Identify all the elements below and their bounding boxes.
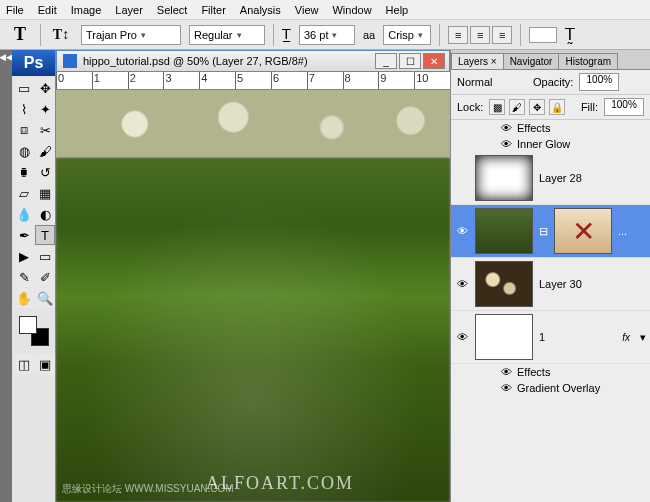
effects-row[interactable]: 👁 Effects bbox=[451, 364, 650, 380]
align-right-button[interactable]: ≡ bbox=[492, 26, 512, 44]
lasso-tool[interactable]: ⌇ bbox=[14, 99, 34, 119]
effect-name: Gradient Overlay bbox=[517, 382, 600, 394]
tab-navigator[interactable]: Navigator bbox=[503, 53, 560, 69]
menu-image[interactable]: Image bbox=[71, 4, 102, 16]
ps-logo-icon: Ps bbox=[12, 50, 55, 76]
marquee-tool[interactable]: ▭ bbox=[14, 78, 34, 98]
layer-name[interactable]: Layer 28 bbox=[539, 172, 582, 184]
visibility-icon[interactable]: 👁 bbox=[499, 138, 513, 150]
blur-tool[interactable]: 💧 bbox=[14, 204, 34, 224]
maximize-button[interactable]: ☐ bbox=[399, 53, 421, 69]
font-size-combo[interactable]: 36 pt bbox=[299, 25, 355, 45]
effects-row[interactable]: 👁 Effects bbox=[451, 120, 650, 136]
path-selection-tool[interactable]: ▶ bbox=[14, 246, 34, 266]
lock-pixels-icon[interactable]: 🖌 bbox=[509, 99, 525, 115]
document-titlebar[interactable]: hippo_tutorial.psd @ 50% (Layer 27, RGB/… bbox=[56, 50, 450, 72]
quickmask-toggle[interactable]: ◫ bbox=[14, 354, 34, 374]
effect-inner-glow[interactable]: 👁 Inner Glow bbox=[451, 136, 650, 152]
foreground-color-swatch[interactable] bbox=[19, 316, 37, 334]
lock-transparent-icon[interactable]: ▩ bbox=[489, 99, 505, 115]
align-left-button[interactable]: ≡ bbox=[448, 26, 468, 44]
tab-histogram[interactable]: Histogram bbox=[558, 53, 618, 69]
layer-mask-thumbnail[interactable] bbox=[554, 208, 612, 254]
zoom-tool[interactable]: 🔍 bbox=[35, 288, 55, 308]
align-center-button[interactable]: ≡ bbox=[470, 26, 490, 44]
ruler-mark: 9 bbox=[378, 72, 414, 89]
notes-tool[interactable]: ✎ bbox=[14, 267, 34, 287]
pen-tool[interactable]: ✒ bbox=[14, 225, 34, 245]
type-tool[interactable]: T bbox=[35, 225, 55, 245]
magic-wand-tool[interactable]: ✦ bbox=[35, 99, 55, 119]
effect-gradient-overlay[interactable]: 👁 Gradient Overlay bbox=[451, 380, 650, 396]
canvas[interactable]: 思缘设计论坛 WWW.MISSYUAN.COM ALFOART.COM bbox=[56, 90, 450, 502]
eraser-tool[interactable]: ▱ bbox=[14, 183, 34, 203]
lock-all-icon[interactable]: 🔒 bbox=[549, 99, 565, 115]
screenmode-toggle[interactable]: ▣ bbox=[35, 354, 55, 374]
menu-select[interactable]: Select bbox=[157, 4, 188, 16]
brush-tool[interactable]: 🖌 bbox=[35, 141, 55, 161]
menu-window[interactable]: Window bbox=[332, 4, 371, 16]
slice-tool[interactable]: ✂ bbox=[35, 120, 55, 140]
opacity-field[interactable]: 100% bbox=[579, 73, 619, 91]
visibility-icon[interactable]: 👁 bbox=[499, 382, 513, 394]
lock-position-icon[interactable]: ✥ bbox=[529, 99, 545, 115]
close-button[interactable]: ✕ bbox=[423, 53, 445, 69]
menu-layer[interactable]: Layer bbox=[115, 4, 143, 16]
eyedropper-tool[interactable]: ✐ bbox=[35, 267, 55, 287]
shape-tool[interactable]: ▭ bbox=[35, 246, 55, 266]
text-orientation-icon[interactable]: T↕ bbox=[49, 23, 73, 47]
layer-name[interactable]: 1 bbox=[539, 331, 545, 343]
menu-analysis[interactable]: Analysis bbox=[240, 4, 281, 16]
ruler-mark: 1 bbox=[92, 72, 128, 89]
antialias-label: aa bbox=[363, 29, 375, 41]
menu-filter[interactable]: Filter bbox=[201, 4, 225, 16]
layer-name[interactable]: Layer 30 bbox=[539, 278, 582, 290]
healing-brush-tool[interactable]: ◍ bbox=[14, 141, 34, 161]
minimize-button[interactable]: _ bbox=[375, 53, 397, 69]
layer-row[interactable]: 👁 1 fx ▾ bbox=[451, 311, 650, 364]
menu-file[interactable]: File bbox=[6, 4, 24, 16]
layer-thumbnail[interactable] bbox=[475, 208, 533, 254]
menu-help[interactable]: Help bbox=[386, 4, 409, 16]
text-color-swatch[interactable] bbox=[529, 27, 557, 43]
panel-tabs: Layers × Navigator Histogram bbox=[451, 50, 650, 70]
font-style-combo[interactable]: Regular bbox=[189, 25, 265, 45]
dodge-tool[interactable]: ◐ bbox=[35, 204, 55, 224]
text-align-group: ≡ ≡ ≡ bbox=[448, 26, 512, 44]
history-brush-tool[interactable]: ↺ bbox=[35, 162, 55, 182]
clone-stamp-tool[interactable]: ⧯ bbox=[14, 162, 34, 182]
effects-label: Effects bbox=[517, 122, 550, 134]
gradient-tool[interactable]: ▦ bbox=[35, 183, 55, 203]
layers-list: 👁 Effects 👁 Inner Glow Layer 28 👁 ⊟ ... bbox=[451, 120, 650, 502]
warp-text-icon[interactable]: T̰ bbox=[565, 25, 575, 44]
visibility-icon[interactable]: 👁 bbox=[455, 331, 469, 343]
menu-view[interactable]: View bbox=[295, 4, 319, 16]
menu-edit[interactable]: Edit bbox=[38, 4, 57, 16]
link-icon[interactable]: ⊟ bbox=[539, 225, 548, 238]
layer-thumbnail[interactable] bbox=[475, 261, 533, 307]
toolbox-collapse-handle[interactable]: ◀◀ bbox=[0, 50, 12, 502]
layer-row[interactable]: Layer 28 bbox=[451, 152, 650, 205]
separator bbox=[40, 24, 41, 46]
blend-mode-combo[interactable]: Normal bbox=[457, 76, 527, 88]
visibility-icon[interactable]: 👁 bbox=[499, 366, 513, 378]
visibility-icon[interactable]: 👁 bbox=[499, 122, 513, 134]
hand-tool[interactable]: ✋ bbox=[14, 288, 34, 308]
tab-layers[interactable]: Layers × bbox=[451, 53, 504, 69]
move-tool[interactable]: ✥ bbox=[35, 78, 55, 98]
horizontal-ruler[interactable]: 0 1 2 3 4 5 6 7 8 9 10 bbox=[56, 72, 450, 90]
fill-field[interactable]: 100% bbox=[604, 98, 644, 116]
visibility-icon[interactable]: 👁 bbox=[455, 278, 469, 290]
layer-thumbnail[interactable] bbox=[475, 314, 533, 360]
font-size-icon: T̲ bbox=[282, 26, 291, 43]
main-menu: File Edit Image Layer Select Filter Anal… bbox=[0, 0, 650, 20]
layer-thumbnail[interactable] bbox=[475, 155, 533, 201]
layer-row-selected[interactable]: 👁 ⊟ ... bbox=[451, 205, 650, 258]
layer-row[interactable]: 👁 Layer 30 bbox=[451, 258, 650, 311]
crop-tool[interactable]: ⧈ bbox=[14, 120, 34, 140]
chevron-down-icon[interactable]: ▾ bbox=[640, 331, 646, 344]
antialias-combo[interactable]: Crisp bbox=[383, 25, 431, 45]
font-family-combo[interactable]: Trajan Pro bbox=[81, 25, 181, 45]
fx-badge[interactable]: fx bbox=[622, 332, 634, 343]
visibility-icon[interactable]: 👁 bbox=[455, 225, 469, 237]
